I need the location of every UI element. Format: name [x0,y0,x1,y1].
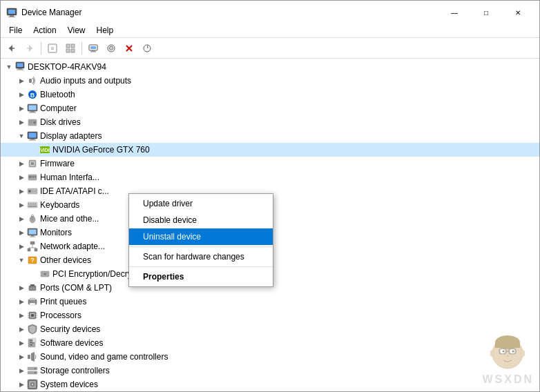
menu-file[interactable]: File [3,24,28,37]
hid-icon [27,172,38,183]
processors-label: Processors [40,311,81,320]
menu-help[interactable]: Help [91,24,119,37]
svg-rect-80 [29,286,36,291]
svg-rect-81 [30,284,35,286]
security-label: Security devices [40,324,100,334]
toolbar-scan[interactable] [139,41,155,56]
print-expander[interactable]: ▶ [16,296,27,307]
keyboards-icon [27,199,38,210]
svg-point-136 [490,350,494,357]
tree-item-nvidia[interactable]: ▶ NVIDIA NVIDIA GeForce GTX 760 [1,143,539,157]
svg-rect-51 [35,176,36,178]
firmware-expander[interactable]: ▶ [16,158,27,169]
svg-rect-60 [35,204,36,205]
svg-rect-127 [495,342,520,348]
svg-rect-10 [66,44,70,48]
other-expander[interactable]: ▼ [16,255,27,266]
ports-expander[interactable]: ▶ [16,282,27,293]
menu-view[interactable]: View [62,24,91,37]
tree-item-storage[interactable]: ▶ Storage controllers [1,364,539,378]
network-expander[interactable]: ▶ [16,241,27,252]
svg-point-105 [35,368,36,369]
monitors-label: Monitors [40,228,72,237]
tree-item-software[interactable]: ▶ Software devices [1,336,539,350]
toolbar-sep-1 [41,42,41,55]
toolbar-expand[interactable] [62,41,79,56]
processors-icon [27,310,38,321]
disk-icon [27,117,38,128]
svg-rect-59 [32,204,34,205]
svg-rect-25 [17,63,23,68]
svg-marker-23 [147,45,148,51]
svg-point-83 [33,288,35,289]
close-button[interactable]: ✕ [502,4,534,21]
title-bar-left: Device Manager [6,7,81,18]
computer-expander[interactable]: ▶ [16,103,27,114]
menubar: File Action View Help [1,23,539,38]
processors-expander[interactable]: ▶ [16,310,27,321]
ide-expander[interactable]: ▶ [16,186,27,197]
display-expander[interactable]: ▼ [16,130,27,141]
ctx-uninstall-device[interactable]: Uninstall device [129,228,273,245]
print-icon [27,296,38,307]
tree-item-computer[interactable]: ▶ Computer [1,101,539,115]
svg-rect-90 [31,314,34,317]
svg-rect-28 [29,79,32,83]
audio-icon [27,75,38,86]
tree-item-disk[interactable]: ▶ Disk drives [1,115,539,129]
svg-point-53 [28,190,31,193]
toolbar-remove[interactable] [121,41,137,56]
bluetooth-expander[interactable]: ▶ [16,89,27,100]
root-expander[interactable]: ▼ [3,61,15,72]
audio-expander[interactable]: ▶ [16,75,27,86]
svg-point-87 [34,301,35,302]
other-icon: ? [27,255,38,266]
keyboards-expander[interactable]: ▶ [16,199,27,210]
toolbar-back[interactable] [3,41,20,56]
software-expander[interactable]: ▶ [16,337,27,349]
minimize-button[interactable]: — [438,4,470,21]
svg-text:?: ? [30,257,35,264]
tree-item-print[interactable]: ▶ Print queues [1,295,539,308]
sound-expander[interactable]: ▶ [16,351,27,362]
tree-item-sound[interactable]: ▶ Sound, video and game controllers [1,350,539,364]
svg-point-130 [503,351,505,353]
bluetooth-label: Bluetooth [40,90,75,99]
ctx-disable-device[interactable]: Disable device [129,212,273,228]
ctx-update-driver[interactable]: Update driver [129,195,273,212]
system-expander[interactable]: ▶ [16,379,27,390]
watermark-face-icon [489,334,527,372]
mice-expander[interactable]: ▶ [16,213,27,224]
menu-action[interactable]: Action [28,24,61,37]
storage-expander[interactable]: ▶ [16,365,27,376]
ports-icon [27,282,38,293]
ctx-scan-hardware[interactable]: Scan for hardware changes [129,248,273,265]
tree-item-display[interactable]: ▼ Display adapters [1,129,539,143]
monitors-expander[interactable]: ▶ [16,227,27,238]
tree-item-system[interactable]: ▶ System devices [1,378,539,391]
svg-text:⚙: ⚙ [108,45,114,52]
svg-rect-69 [30,237,35,237]
watermark-logo: WSXDN [482,373,534,386]
toolbar-forward[interactable] [21,41,38,56]
title-bar: Device Manager — □ ✕ [1,1,539,23]
software-label: Software devices [40,338,103,348]
toolbar-update[interactable] [85,41,102,56]
security-expander[interactable]: ▶ [16,324,27,335]
tree-item-processors[interactable]: ▶ Processors [1,308,539,322]
tree-item-hid[interactable]: ▶ Human Interfa... [1,170,539,184]
tree-item-firmware[interactable]: ▶ Firmware [1,157,539,170]
svg-text:≡: ≡ [51,46,55,52]
hid-expander[interactable]: ▶ [16,172,27,183]
tree-item-audio[interactable]: ▶ Audio inputs and outputs [1,74,539,88]
toolbar-properties[interactable]: ⚙ [103,41,119,56]
software-icon [27,337,38,349]
tree-root[interactable]: ▼ DESKTOP-4RAKV94 [1,60,539,74]
tree-item-bluetooth[interactable]: ▶ B Bluetooth [1,88,539,101]
maximize-button[interactable]: □ [470,4,502,21]
tree-item-security[interactable]: ▶ Security devices [1,322,539,336]
ctx-properties[interactable]: Properties [129,268,273,285]
svg-rect-32 [29,106,37,110]
toolbar-show-hidden[interactable]: ≡ [44,41,61,56]
disk-expander[interactable]: ▶ [16,117,27,128]
